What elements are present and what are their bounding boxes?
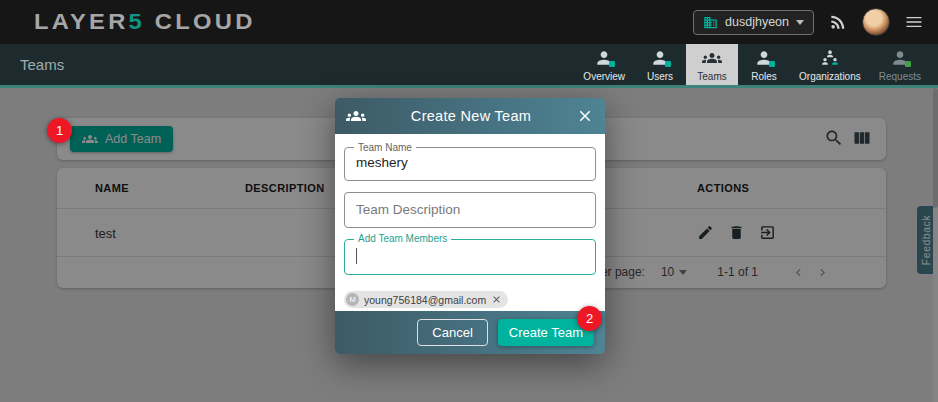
modal-body: Team Name meshery Team Description Add T…: [335, 134, 605, 311]
tab-requests[interactable]: Requests: [870, 44, 930, 85]
nav-tabs: Overview Users Teams R: [574, 44, 930, 85]
logo-layer: LAYER: [34, 9, 129, 34]
account-name: dusdjhyeon: [725, 15, 789, 29]
logo-cloud: CLOUD: [145, 9, 256, 34]
groups-icon: [702, 48, 722, 68]
appbar-actions: dusdjhyeon: [693, 0, 924, 44]
appbar: LAYER5 CLOUD dusdjhyeon: [0, 0, 938, 44]
menu-icon[interactable]: [904, 12, 924, 32]
tab-label: Roles: [751, 71, 777, 82]
tab-roles[interactable]: Roles: [738, 44, 790, 85]
member-email: young756184@gmail.com: [364, 294, 486, 306]
tab-overview[interactable]: Overview: [574, 44, 634, 85]
step-badge-2: 2: [577, 306, 602, 331]
step-badge-1: 1: [47, 118, 72, 143]
modal-title: Create New Team: [366, 108, 576, 124]
create-team-modal: Create New Team Team Name meshery Team D…: [335, 98, 605, 354]
accent-dot: [665, 61, 671, 67]
team-description-field[interactable]: Team Description: [344, 192, 596, 228]
chip-remove-icon[interactable]: [491, 294, 502, 305]
member-chip[interactable]: M young756184@gmail.com: [344, 291, 508, 308]
person-icon: [890, 48, 910, 68]
page-title: Teams: [20, 56, 64, 73]
modal-footer: Cancel Create Team: [335, 311, 605, 354]
chevron-down-icon: [796, 20, 804, 25]
broadcast-icon[interactable]: [828, 12, 848, 32]
accent-dot: [905, 61, 911, 67]
text-cursor: [356, 248, 357, 264]
close-icon[interactable]: [576, 107, 594, 125]
layer5-cloud-logo[interactable]: LAYER5 CLOUD: [34, 9, 256, 35]
person-icon: [754, 48, 774, 68]
tab-label: Organizations: [799, 71, 861, 82]
team-description-placeholder: Team Description: [345, 193, 595, 227]
tab-label: Overview: [583, 71, 625, 82]
logo-five: 5: [129, 9, 145, 34]
navbar: Teams Overview Users Tea: [0, 44, 938, 88]
tab-label: Requests: [879, 71, 921, 82]
tab-label: Teams: [697, 71, 726, 82]
accent-dot: [769, 61, 775, 67]
add-team-members-label: Add Team Members: [354, 233, 451, 244]
team-name-field[interactable]: Team Name meshery: [344, 147, 596, 181]
org-hierarchy-icon: [820, 48, 840, 68]
person-icon: [594, 48, 614, 68]
add-team-members-field[interactable]: Add Team Members: [344, 239, 596, 275]
team-name-label: Team Name: [354, 142, 416, 153]
member-chip-row: M young756184@gmail.com: [344, 288, 596, 308]
user-avatar[interactable]: [862, 8, 890, 36]
building-icon: [703, 15, 718, 30]
accent-dot: [609, 61, 615, 67]
member-avatar: M: [346, 293, 359, 306]
tab-organizations[interactable]: Organizations: [790, 44, 870, 85]
tab-label: Users: [647, 71, 673, 82]
organization-select[interactable]: dusdjhyeon: [693, 10, 814, 35]
person-icon: [650, 48, 670, 68]
page: LAYER5 CLOUD dusdjhyeon Teams: [0, 0, 938, 402]
tab-users[interactable]: Users: [634, 44, 686, 85]
groups-icon: [346, 106, 366, 126]
tab-teams[interactable]: Teams: [686, 44, 738, 85]
cancel-button[interactable]: Cancel: [417, 319, 487, 346]
modal-header: Create New Team: [335, 98, 605, 134]
